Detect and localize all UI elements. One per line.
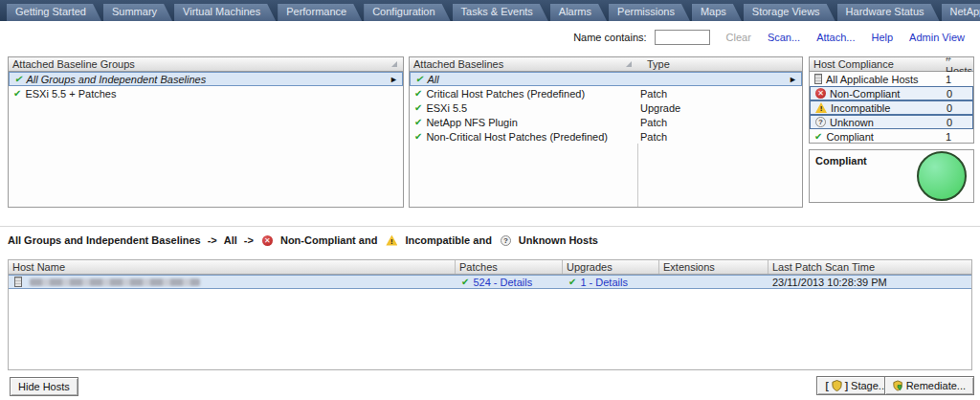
breadcrumb-unknown-label: Unknown Hosts: [519, 234, 598, 246]
stage-shield-icon: [832, 380, 842, 391]
tab-alarms[interactable]: Alarms: [550, 4, 607, 21]
breadcrumb: All Groups and Independent Baselines -> …: [8, 233, 598, 248]
hosts-table-header: Host Name Patches Upgrades Extensions La…: [9, 260, 971, 275]
incompatible-icon: [386, 235, 397, 246]
breadcrumb-group[interactable]: All Groups and Independent Baselines: [8, 234, 201, 246]
attached-baseline-groups-panel: Attached Baseline Groups All Groups and …: [8, 56, 404, 208]
attached-baseline-groups-header[interactable]: Attached Baseline Groups: [9, 57, 403, 72]
compliance-count: 1: [936, 74, 973, 85]
breadcrumb-incompatible-label: Incompatible and: [405, 234, 491, 246]
host-name-cell: [9, 277, 456, 287]
baseline-type: Patch: [635, 88, 802, 100]
breadcrumb-non-compliant: Non-Compliant and: [260, 234, 377, 246]
remediate-shield-icon: [893, 380, 903, 391]
host-compliance-panel: Host Compliance # Hosts All Applicable H…: [809, 56, 974, 144]
col-header-patches[interactable]: Patches: [456, 260, 563, 274]
host-compliance-header-label: Host Compliance: [813, 57, 936, 71]
compliance-label: Incompatible: [831, 102, 890, 114]
baseline-row-esxi55[interactable]: ESXi 5.5 Upgrade: [410, 100, 802, 115]
col-header-last-scan[interactable]: Last Patch Scan Time: [768, 260, 971, 274]
check-icon: [14, 75, 22, 84]
tab-permissions[interactable]: Permissions: [609, 4, 690, 21]
check-icon: [461, 278, 469, 287]
scan-link[interactable]: Scan...: [768, 32, 800, 43]
clear-link: Clear: [726, 32, 751, 43]
name-contains-input[interactable]: [655, 30, 710, 45]
stage-bracket-icon: ]: [845, 381, 848, 391]
baseline-label: ESXi 5.5: [426, 102, 467, 114]
check-icon: [414, 89, 422, 99]
check-icon: [13, 89, 21, 99]
compliance-row-incompatible[interactable]: Incompatible 0: [810, 100, 973, 115]
tab-hardware-status[interactable]: Hardware Status: [837, 4, 940, 21]
help-link[interactable]: Help: [871, 32, 893, 43]
attach-link[interactable]: Attach...: [816, 32, 855, 43]
type-header-label: Type: [641, 57, 802, 71]
breadcrumb-baseline[interactable]: All: [224, 234, 237, 246]
compliance-row-unknown[interactable]: Unknown 0: [810, 115, 973, 129]
baseline-label: Non-Critical Host Patches (Predefined): [426, 131, 608, 143]
non-compliant-icon: [815, 88, 826, 99]
breadcrumb-unknown: Unknown Hosts: [499, 234, 598, 246]
compliance-label: Compliant: [826, 131, 874, 143]
compliance-count: 1: [936, 131, 973, 143]
tab-bar: Getting Started Summary Virtual Machines…: [0, 0, 980, 21]
remediate-button[interactable]: Remediate...: [884, 376, 974, 395]
baseline-group-label: All Groups and Independent Baselines: [26, 74, 206, 85]
breadcrumb-arrow-icon: ->: [208, 234, 217, 246]
compliance-chart-title: Compliant: [815, 155, 867, 167]
tab-getting-started[interactable]: Getting Started: [7, 4, 101, 21]
check-icon: [568, 278, 576, 287]
attached-baselines-header-label: Attached Baselines: [413, 57, 626, 71]
baseline-group-row-esxi55-patches[interactable]: ESXi 5.5 + Patches: [9, 86, 403, 100]
incompatible-icon: [815, 102, 827, 113]
tab-netapp[interactable]: NetApp: [942, 4, 980, 21]
upgrades-details-link[interactable]: 1 - Details: [580, 277, 628, 288]
compliance-label: Non-Compliant: [830, 88, 900, 100]
hide-hosts-button[interactable]: Hide Hosts: [10, 377, 78, 396]
check-icon: [415, 75, 423, 84]
tab-performance[interactable]: Performance: [278, 4, 362, 21]
last-scan-cell: 23/11/2013 10:28:39 PM: [768, 277, 971, 288]
name-contains-label: Name contains:: [573, 32, 646, 43]
host-row[interactable]: 524 - Details 1 - Details 23/11/2013 10:…: [9, 275, 971, 289]
baseline-label: NetApp NFS Plugin: [426, 117, 517, 128]
attached-baselines-header[interactable]: Attached Baselines Type: [410, 57, 802, 72]
baseline-row-all[interactable]: All: [410, 72, 802, 86]
patches-cell: 524 - Details: [456, 277, 563, 288]
tab-maps[interactable]: Maps: [692, 4, 742, 21]
tab-summary[interactable]: Summary: [103, 4, 172, 21]
attached-baseline-groups-header-label: Attached Baseline Groups: [12, 57, 135, 71]
baseline-label: Critical Host Patches (Predefined): [426, 88, 585, 100]
compliance-pie-chart: [917, 151, 967, 201]
breadcrumb-incompatible: Incompatible and: [384, 234, 491, 246]
stage-bracket-icon: [: [825, 381, 828, 391]
baseline-row-noncritical-patches[interactable]: Non-Critical Host Patches (Predefined) P…: [410, 129, 802, 144]
compliance-row-non-compliant[interactable]: Non-Compliant 0: [810, 86, 973, 100]
baseline-row-critical-patches[interactable]: Critical Host Patches (Predefined) Patch: [410, 86, 802, 100]
col-header-upgrades[interactable]: Upgrades: [563, 260, 659, 274]
patches-details-link[interactable]: 524 - Details: [473, 277, 532, 288]
baseline-type: Patch: [635, 131, 802, 143]
baseline-group-label: ESXi 5.5 + Patches: [25, 88, 116, 100]
admin-view-link[interactable]: Admin View: [909, 32, 965, 43]
upgrades-cell: 1 - Details: [563, 277, 659, 288]
col-header-host-name[interactable]: Host Name: [9, 260, 456, 274]
sort-asc-icon: [391, 61, 397, 67]
tab-storage-views[interactable]: Storage Views: [744, 4, 835, 21]
breadcrumb-non-compliant-label: Non-Compliant and: [280, 234, 377, 246]
compliance-row-all-applicable[interactable]: All Applicable Hosts 1: [810, 72, 973, 86]
tab-virtual-machines[interactable]: Virtual Machines: [174, 4, 276, 21]
baseline-group-row-all[interactable]: All Groups and Independent Baselines: [9, 72, 403, 86]
col-header-extensions[interactable]: Extensions: [659, 260, 768, 274]
baseline-row-netapp-nfs[interactable]: NetApp NFS Plugin Patch: [410, 115, 802, 129]
compliance-count: 0: [937, 88, 972, 100]
compliance-row-compliant[interactable]: Compliant 1: [810, 129, 973, 144]
tab-configuration[interactable]: Configuration: [364, 4, 450, 21]
compliance-chart-box: Compliant: [809, 149, 974, 203]
tab-tasks-events[interactable]: Tasks & Events: [453, 4, 548, 21]
compliance-count: 0: [937, 102, 972, 114]
host-compliance-header[interactable]: Host Compliance # Hosts: [810, 57, 973, 72]
compliance-count: 0: [937, 117, 972, 128]
unknown-icon: [815, 117, 826, 127]
